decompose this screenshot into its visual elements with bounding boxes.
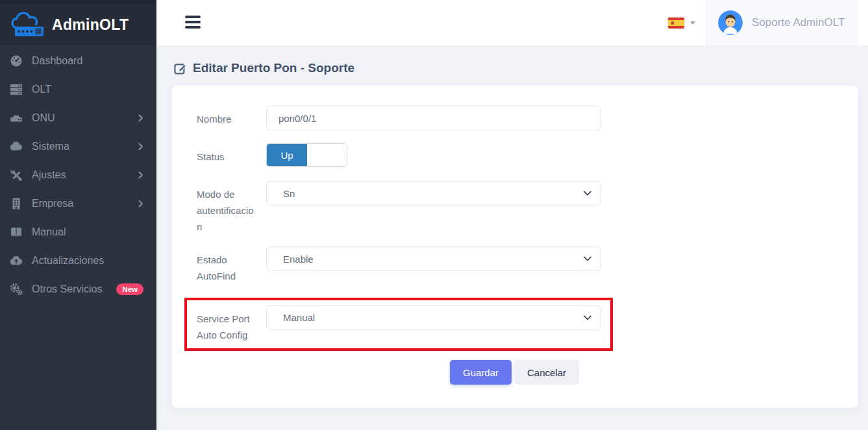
- main-content: Editar Puerto Pon - Soporte Nombre Statu…: [156, 45, 868, 430]
- nombre-row: Nombre: [197, 106, 832, 130]
- sidebar-item-manual[interactable]: Manual: [0, 218, 156, 246]
- caret-down-icon: [690, 21, 695, 25]
- sidebar-item-label: Empresa: [32, 198, 138, 209]
- auth-mode-label: Modo de autentificacion: [197, 181, 258, 235]
- chevron-down-icon: [584, 315, 591, 320]
- sidebar: AdminOLT Dashboard OLT ONU: [0, 0, 156, 430]
- form-actions: Guardar Cancelar: [197, 360, 832, 385]
- sidebar-item-label: ONU: [32, 112, 138, 124]
- sidebar-item-label: Otros Servicios: [32, 283, 111, 295]
- sidebar-item-empresa[interactable]: Empresa: [0, 189, 156, 218]
- chevron-right-icon: [138, 143, 143, 150]
- sidebar-item-sistema[interactable]: Sistema: [0, 132, 156, 161]
- user-menu[interactable]: Soporte AdminOLT: [706, 0, 858, 45]
- status-toggle-off: [307, 144, 347, 166]
- chevron-right-icon: [138, 200, 143, 208]
- server-icon: [9, 83, 23, 96]
- top-header: Soporte AdminOLT: [156, 0, 868, 45]
- sidebar-menu: Dashboard OLT ONU Sistema: [0, 45, 156, 304]
- autofind-row: Estado AutoFind Enable: [197, 246, 832, 285]
- sidebar-item-dashboard[interactable]: Dashboard: [0, 47, 156, 75]
- sidebar-item-onu[interactable]: ONU: [0, 104, 156, 132]
- gauge-icon: [9, 54, 23, 67]
- page-title-text: Editar Puerto Pon - Soporte: [193, 61, 354, 75]
- sidebar-item-label: Sistema: [32, 141, 138, 152]
- cloud-icon: [9, 140, 23, 153]
- new-badge: New: [116, 283, 143, 295]
- building-icon: [9, 197, 23, 210]
- app-window: AdminOLT Dashboard OLT ONU: [0, 0, 868, 430]
- sidebar-item-label: Actualizaciones: [32, 255, 143, 267]
- service-port-select[interactable]: Manual: [266, 305, 601, 330]
- sidebar-item-label: Dashboard: [32, 55, 143, 67]
- brand-name: AdminOLT: [52, 16, 129, 34]
- red-highlight-box: Service Port Auto Config Manual: [184, 298, 613, 352]
- page-title: Editar Puerto Pon - Soporte: [174, 61, 858, 75]
- brand-logo-icon: [9, 11, 48, 40]
- chevron-right-icon: [138, 171, 143, 179]
- sidebar-item-ajustes[interactable]: Ajustes: [0, 161, 156, 189]
- sidebar-item-olt[interactable]: OLT: [0, 75, 156, 104]
- cancel-button[interactable]: Cancelar: [514, 360, 579, 385]
- tools-icon: [9, 169, 23, 182]
- cloud-upload-icon: [9, 254, 23, 267]
- sidebar-item-label: Ajustes: [32, 169, 138, 181]
- nombre-label: Nombre: [197, 106, 258, 128]
- spain-flag-icon: [668, 18, 684, 29]
- sidebar-item-label: OLT: [32, 84, 143, 95]
- chevron-right-icon: [138, 114, 143, 122]
- user-avatar: [718, 10, 743, 35]
- chevron-down-icon: [584, 256, 591, 261]
- hamburger-menu-icon[interactable]: [185, 16, 202, 45]
- service-port-selected-value: Manual: [283, 312, 315, 323]
- autofind-select[interactable]: Enable: [266, 246, 601, 271]
- service-port-row: Service Port Auto Config Manual: [197, 305, 601, 344]
- sidebar-item-otros-servicios[interactable]: Otros Servicios New: [0, 275, 156, 304]
- sidebar-item-actualizaciones[interactable]: Actualizaciones: [0, 246, 156, 275]
- nombre-input[interactable]: [266, 106, 601, 130]
- autofind-label: Estado AutoFind: [197, 246, 258, 285]
- sidebar-item-label: Manual: [32, 226, 143, 238]
- edit-pon-form-card: Nombre Status Up: [172, 86, 858, 408]
- save-button[interactable]: Guardar: [450, 360, 512, 385]
- status-row: Status Up: [197, 143, 832, 167]
- book-icon: [9, 226, 23, 239]
- auth-mode-row: Modo de autentificacion Sn: [197, 181, 832, 235]
- user-name: Soporte AdminOLT: [752, 16, 845, 29]
- auth-mode-selected-value: Sn: [283, 188, 295, 199]
- brand[interactable]: AdminOLT: [0, 0, 156, 45]
- status-toggle[interactable]: Up: [266, 143, 347, 167]
- gears-icon: [9, 283, 23, 296]
- status-label: Status: [197, 143, 258, 165]
- edit-icon: [174, 62, 186, 75]
- autofind-selected-value: Enable: [283, 254, 314, 265]
- device-icon: [9, 112, 23, 125]
- status-toggle-on-label: Up: [267, 144, 307, 166]
- language-dropdown[interactable]: [658, 0, 706, 45]
- auth-mode-select[interactable]: Sn: [266, 181, 601, 206]
- chevron-down-icon: [584, 191, 591, 196]
- service-port-label: Service Port Auto Config: [197, 305, 258, 344]
